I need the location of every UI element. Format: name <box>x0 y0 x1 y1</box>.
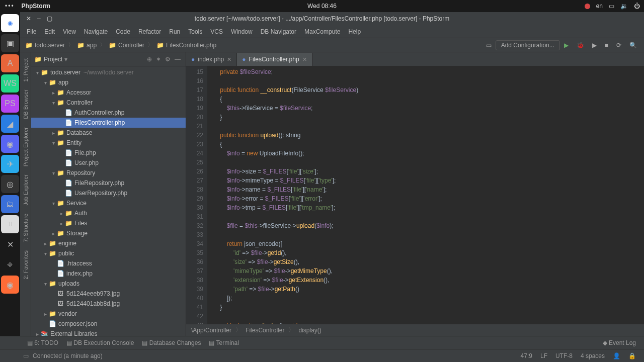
tool-tab-2-favorites[interactable]: 2: Favorites <box>22 246 30 283</box>
breadcrumb-item[interactable]: 📁 app <box>75 41 99 50</box>
stop-icon[interactable]: ■ <box>601 41 612 50</box>
project-tree[interactable]: ▾📁todo.server~/www/todo.server▾📁app▸📁Acc… <box>31 66 186 336</box>
tree-item[interactable]: ▸📁Accessor <box>31 87 186 98</box>
menu-vcs[interactable]: VCS <box>207 27 226 37</box>
tree-item[interactable]: ▾📁Repository <box>31 168 186 178</box>
menu-maxcompute[interactable]: MaxCompute <box>301 27 344 37</box>
tool-tab-7-structure[interactable]: 7: Structure <box>22 210 30 246</box>
update-icon[interactable]: ⟳ <box>612 41 625 50</box>
bottom-tab-6-todo[interactable]: ▤ 6: TODO <box>23 338 62 347</box>
tool-tab-job-explorer[interactable]: Job Explorer <box>22 170 30 210</box>
tree-item[interactable]: 📄UserRepository.php <box>31 188 186 198</box>
dock-calc[interactable]: ⌗ <box>1 215 19 233</box>
menu-refactor[interactable]: Refactor <box>135 27 165 37</box>
record-icon[interactable] <box>585 4 590 9</box>
tree-item[interactable]: ▾📁public <box>31 248 186 258</box>
code-body[interactable]: private $fileService; public function __… <box>207 66 644 324</box>
editor-tab[interactable]: ●FilesController.php✕ <box>237 53 312 66</box>
tree-item[interactable]: 📄index.php <box>31 268 186 279</box>
tree-item[interactable]: 📄.htaccess <box>31 258 186 268</box>
select-target-icon[interactable]: ▭ <box>482 41 496 50</box>
menu-window[interactable]: Window <box>227 27 256 37</box>
close-icon[interactable]: ✕ <box>26 15 31 22</box>
add-configuration-button[interactable]: Add Configuration... <box>496 40 560 50</box>
editor-tab[interactable]: ●index.php✕ <box>186 53 237 66</box>
tree-item[interactable]: ▾📁Controller <box>31 98 186 108</box>
dock-terminal[interactable]: ▣ <box>1 34 19 52</box>
app-name[interactable]: PhpStorm <box>20 3 50 10</box>
close-tab-icon[interactable]: ✕ <box>227 56 231 63</box>
debug-icon[interactable]: 🐞 <box>573 41 588 50</box>
menu-edit[interactable]: Edit <box>41 27 58 37</box>
clock[interactable]: Wed 08:46 <box>307 3 337 10</box>
dock-app1[interactable]: A <box>1 54 19 72</box>
dock-settings[interactable]: ✕ <box>1 235 19 253</box>
maximize-icon[interactable]: ▢ <box>47 15 52 22</box>
tool-tab-project-explorer[interactable]: Project Explorer <box>22 123 30 170</box>
gutter[interactable]: 1516171819202122232425262728293031323334… <box>186 66 207 324</box>
status-line-sep[interactable]: LF <box>536 352 551 359</box>
tree-item[interactable]: ▸📁vendor <box>31 309 186 319</box>
code-area[interactable]: 1516171819202122232425262728293031323334… <box>186 66 644 324</box>
menu-navigate[interactable]: Navigate <box>80 27 111 37</box>
tree-item[interactable]: 📄File.php <box>31 148 186 158</box>
menu-view[interactable]: View <box>59 27 79 37</box>
volume-icon[interactable]: 🔉 <box>620 3 628 10</box>
dock-app2[interactable]: WS <box>1 74 19 93</box>
event-log-button[interactable]: ◆ Event Log <box>599 338 640 347</box>
search-icon[interactable]: 🔍 <box>625 41 641 50</box>
tree-item[interactable]: ▸📁Storage <box>31 228 186 238</box>
tree-item[interactable]: ▾📁app <box>31 77 186 87</box>
tree-item[interactable]: 📄composer.json <box>31 319 186 329</box>
dock-files[interactable]: 🗂 <box>1 195 19 213</box>
tree-item[interactable]: 🖼5d124401abb8d.jpg <box>31 299 186 309</box>
gear-icon[interactable]: ⚙ <box>163 55 173 64</box>
inspect-icon[interactable]: 👤 <box>609 352 624 359</box>
project-dropdown-icon[interactable]: 📁 <box>34 56 42 63</box>
minimize-icon[interactable]: – <box>37 15 41 22</box>
close-tab-icon[interactable]: ✕ <box>302 56 307 63</box>
network-icon[interactable]: ▭ <box>609 3 614 10</box>
dock-chrome[interactable]: ◉ <box>1 14 19 32</box>
dock-discord[interactable]: ◉ <box>1 135 19 153</box>
status-indent[interactable]: 4 spaces <box>577 352 609 359</box>
status-encoding[interactable]: UTF-8 <box>551 352 577 359</box>
tree-item[interactable]: ▸📁Database <box>31 128 186 138</box>
tree-item[interactable]: 📄FileRepository.php <box>31 178 186 188</box>
tree-item[interactable]: ▾📁Service <box>31 198 186 208</box>
tree-item[interactable]: ▾📁Entity <box>31 138 186 148</box>
dock-app4[interactable]: ⎆ <box>1 255 19 274</box>
lock-icon[interactable]: 🔒 <box>624 352 640 359</box>
bottom-tab-database-changes[interactable]: ▤ Database Changes <box>138 338 205 347</box>
power-icon[interactable]: ⏻ <box>634 3 640 10</box>
tree-item[interactable]: ▸📚External Libraries <box>31 329 186 336</box>
code-crumb[interactable]: FilesController <box>246 327 284 334</box>
tree-item[interactable]: ▸📁Auth <box>31 208 186 218</box>
expand-icon[interactable]: ✶ <box>154 55 163 64</box>
menu-help[interactable]: Help <box>345 27 364 37</box>
tree-item[interactable]: ▾📁uploads <box>31 279 186 289</box>
tree-item[interactable]: 📄FilesController.php <box>31 118 186 128</box>
bottom-tab-db-execution-console[interactable]: ▤ DB Execution Console <box>62 338 138 347</box>
menu-tools[interactable]: Tools <box>185 27 206 37</box>
lang-indicator[interactable]: en <box>596 3 603 10</box>
menu-file[interactable]: File <box>23 27 40 37</box>
menu-run[interactable]: Run <box>166 27 184 37</box>
coverage-icon[interactable]: ▶ <box>588 41 601 50</box>
status-position[interactable]: 47:9 <box>517 352 536 359</box>
code-crumb[interactable]: \App\Controller <box>191 327 231 334</box>
vcs-icon[interactable]: ▭ <box>23 352 29 359</box>
tree-item[interactable]: 📄User.php <box>31 158 186 168</box>
dock-postman[interactable]: ◉ <box>1 276 19 294</box>
tool-tab-db-browser[interactable]: DB Browser <box>22 85 30 123</box>
activities-icon[interactable]: ••• <box>0 3 20 10</box>
tree-item[interactable]: ▸📁Files <box>31 218 186 228</box>
dock-telegram[interactable]: ✈ <box>1 155 19 173</box>
locate-icon[interactable]: ⊕ <box>145 55 154 64</box>
tree-item[interactable]: ▸📁engine <box>31 238 186 248</box>
sidebar-title[interactable]: Project <box>44 56 62 63</box>
hide-icon[interactable]: — <box>173 55 183 64</box>
dock-app3[interactable]: ◢ <box>1 115 19 133</box>
menu-db-navigator[interactable]: DB Navigator <box>257 27 300 37</box>
bottom-tab-terminal[interactable]: ▤ Terminal <box>205 338 243 347</box>
